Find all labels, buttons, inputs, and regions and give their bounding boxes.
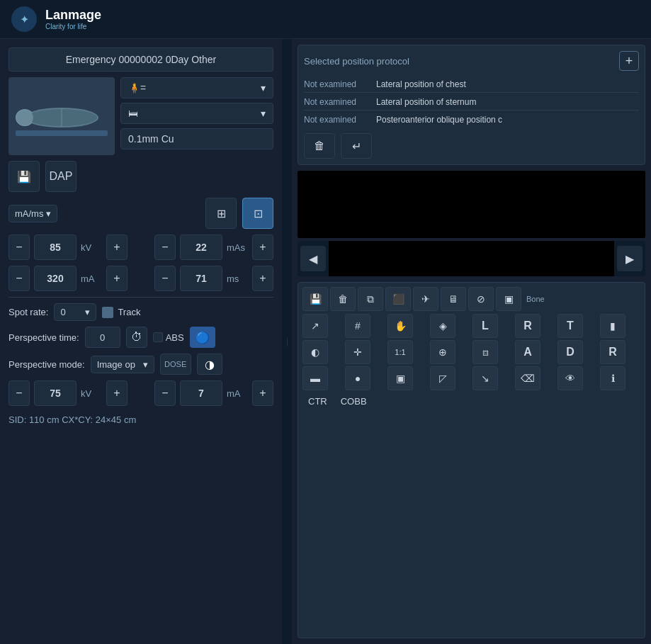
tool-arrow-ne[interactable]: ↗ xyxy=(302,314,328,338)
nav-row: ◀ ▶ xyxy=(298,241,645,276)
nav-prev-button[interactable]: ◀ xyxy=(300,246,326,271)
tool-crosshair[interactable]: ✛ xyxy=(345,340,370,364)
tool-send-button[interactable]: ✈ xyxy=(413,287,438,311)
tool-eye[interactable]: 👁 xyxy=(557,366,583,390)
fluoro-ma-minus-button[interactable]: − xyxy=(154,380,176,406)
app-subtitle: Clarity for life xyxy=(45,23,101,30)
patient-image xyxy=(9,77,115,155)
tool-angle[interactable]: ◸ xyxy=(430,366,455,390)
tool-hand[interactable]: ✋ xyxy=(387,314,413,338)
perspective-mode-row: Perspective mode: Image op ▾ DOSE ◑ xyxy=(9,354,273,375)
perspective-mode-label: Perspective mode: xyxy=(9,359,85,370)
mas-value: 22 xyxy=(180,235,222,260)
ms-minus-button[interactable]: − xyxy=(154,266,176,291)
ma-unit: mA xyxy=(81,273,102,284)
save-button[interactable]: 💾 xyxy=(9,161,40,192)
separator1 xyxy=(9,297,273,298)
tool-column[interactable]: ▮ xyxy=(600,314,625,338)
cobb-label: COBB xyxy=(335,393,373,409)
perspective-time-input[interactable]: 0 xyxy=(85,327,120,348)
dap-button[interactable]: DAP xyxy=(45,161,77,192)
patient-image-row: 🧍= ▾ 🛏 ▾ 0.1mm Cu xyxy=(9,77,273,155)
protocol-actions: 🗑 ↵ xyxy=(304,133,639,159)
tool-L[interactable]: L xyxy=(472,314,498,338)
kv-plus-button[interactable]: + xyxy=(106,235,128,260)
protocol-name-2: Posteroanterior oblique position c xyxy=(376,115,502,125)
kv1-value: 85 xyxy=(34,235,77,260)
protocol-delete-button[interactable]: 🗑 xyxy=(304,133,335,159)
perspective-mode-select[interactable]: Image op ▾ xyxy=(91,356,154,373)
tool-zoom-in[interactable]: ⊕ xyxy=(430,340,455,364)
protocol-confirm-button[interactable]: ↵ xyxy=(341,133,372,159)
tool-ruler[interactable]: ▬ xyxy=(302,366,328,390)
position2-dropdown[interactable]: 🛏 ▾ xyxy=(120,103,273,124)
ms-plus-button[interactable]: + xyxy=(252,266,273,291)
ma-plus-button[interactable]: + xyxy=(106,266,128,291)
tool-noop-button[interactable]: ⊘ xyxy=(468,287,494,311)
tool-copy-button[interactable]: ⧉ xyxy=(358,287,383,311)
spot-rate-select[interactable]: 0 ▾ xyxy=(54,303,96,321)
fluoro-ma-plus-button[interactable]: + xyxy=(252,380,273,406)
fluoro-kv-plus-button[interactable]: + xyxy=(106,380,128,406)
tool-square[interactable]: ▣ xyxy=(387,366,413,390)
fluoro-kv-value: 75 xyxy=(34,380,77,406)
tool-D[interactable]: D xyxy=(557,340,583,364)
tool-display-button[interactable]: 🖥 xyxy=(441,287,466,311)
abs-checkbox[interactable] xyxy=(153,332,163,342)
perspective-blue-button[interactable]: 🔵 xyxy=(190,327,215,348)
image-viewer xyxy=(298,171,645,238)
tool-delete-button[interactable]: 🗑 xyxy=(330,287,356,311)
collimator1-button[interactable]: ⊞ xyxy=(205,198,237,229)
kv-minus-button[interactable]: − xyxy=(9,235,30,260)
protocol-status-0: Not examined xyxy=(304,79,368,89)
tool-half-circle[interactable]: ◐ xyxy=(302,340,328,364)
tool-hash[interactable]: # xyxy=(345,314,370,338)
tool-export-button[interactable]: ⬛ xyxy=(385,287,411,311)
collimator2-button[interactable]: ⊡ xyxy=(242,198,273,229)
protocol-status-2: Not examined xyxy=(304,115,368,125)
tool-T[interactable]: T xyxy=(557,314,583,338)
protocol-item-1: Not examined Lateral position of sternum xyxy=(304,94,639,111)
mas-minus-button[interactable]: − xyxy=(154,235,176,260)
tool-erase[interactable]: ⌫ xyxy=(515,366,540,390)
ctr-label: CTR xyxy=(302,393,333,409)
tool-R[interactable]: R xyxy=(515,314,540,338)
patient-svg xyxy=(12,81,111,152)
nav-next-button[interactable]: ▶ xyxy=(617,246,642,271)
ma-value: 320 xyxy=(34,266,77,291)
position1-dropdown[interactable]: 🧍= ▾ xyxy=(120,77,273,98)
protocol-status-1: Not examined xyxy=(304,97,368,107)
fluoro-kv-minus-button[interactable]: − xyxy=(9,380,30,406)
perspective-timer-button[interactable]: ⏱ xyxy=(126,327,147,348)
filter-dropdown[interactable]: 0.1mm Cu xyxy=(120,128,273,149)
svg-point-4 xyxy=(16,110,33,125)
tool-info[interactable]: ℹ xyxy=(600,366,625,390)
dose-button[interactable]: DOSE xyxy=(160,354,191,375)
ma-ms-row: − 320 mA + − 71 ms + xyxy=(9,266,273,291)
tool-save-button[interactable]: 💾 xyxy=(302,287,328,311)
tool-grid-button[interactable]: ▣ xyxy=(496,287,521,311)
sid-info: SID: 110 cm CX*CY: 24×45 cm xyxy=(9,412,273,428)
abs-label: ABS xyxy=(166,332,184,343)
patient-info: Emergency 00000002 0Day Other xyxy=(9,47,273,72)
tool-R2[interactable]: R xyxy=(600,340,625,364)
nav-center xyxy=(329,241,614,276)
protocol-name-0: Lateral position of chest xyxy=(376,79,466,89)
contrast-button[interactable]: ◑ xyxy=(197,354,222,375)
tool-diamond[interactable]: ◈ xyxy=(430,314,455,338)
app-name: Lanmage xyxy=(45,8,101,23)
tool-arrow-se[interactable]: ↘ xyxy=(472,366,498,390)
tool-crop[interactable]: ⧈ xyxy=(472,340,498,364)
unit-select[interactable]: mA/ms ▾ xyxy=(9,205,57,222)
track-box xyxy=(102,307,113,318)
protocol-add-button[interactable]: + xyxy=(619,51,639,71)
tool-circle[interactable]: ● xyxy=(345,366,370,390)
tool-A[interactable]: A xyxy=(515,340,540,364)
mas-plus-button[interactable]: + xyxy=(252,235,273,260)
ma-minus-button[interactable]: − xyxy=(9,266,30,291)
tools-panel: 💾 🗑 ⧉ ⬛ ✈ 🖥 ⊘ xyxy=(298,282,645,638)
tool-one-to-one[interactable]: 1:1 xyxy=(387,340,413,364)
tools-grid: ↗ # ✋ ◈ L R T ▮ ◐ ✛ 1:1 ⊕ ⧈ A D R ▬ ● ▣ … xyxy=(302,314,640,390)
logo-icon: ✦ xyxy=(11,6,37,32)
svg-rect-0 xyxy=(16,130,108,136)
